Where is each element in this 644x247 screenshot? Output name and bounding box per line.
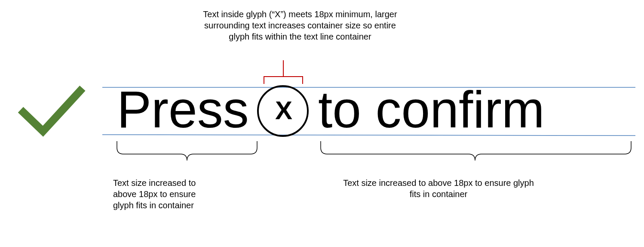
checkmark-icon (21, 88, 83, 131)
right-annotation-line2: fits in container (327, 188, 550, 200)
left-annotation-line1: Text size increased to (113, 177, 225, 188)
red-bracket-top (264, 60, 303, 84)
left-annotation-line2: above 18px to ensure (113, 188, 225, 200)
left-annotation-line3: glyph fits in container (113, 200, 225, 211)
left-annotation: Text size increased to above 18px to ens… (113, 177, 225, 211)
glyph-letter: X (275, 96, 292, 125)
main-text-press: Press (117, 83, 249, 135)
right-brace (321, 141, 631, 161)
right-annotation-line1: Text size increased to above 18px to ens… (327, 177, 550, 188)
right-annotation: Text size increased to above 18px to ens… (327, 177, 550, 200)
left-brace (117, 141, 257, 161)
main-text-to-confirm: to confirm (318, 83, 545, 135)
